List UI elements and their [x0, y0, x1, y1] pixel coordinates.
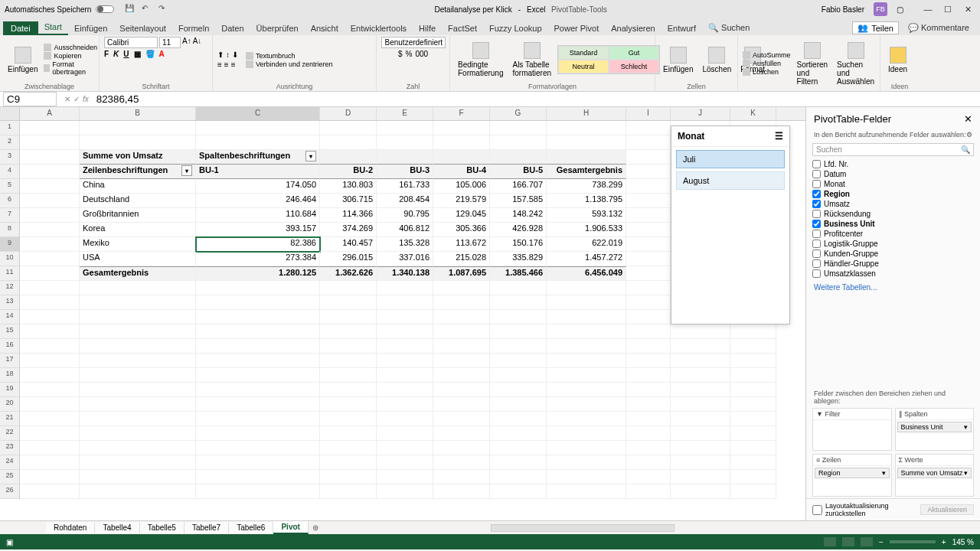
cell[interactable] — [671, 324, 730, 339]
cell[interactable]: 622.019 — [547, 237, 626, 252]
cell[interactable]: 1.280.125 — [196, 266, 320, 281]
cell[interactable] — [433, 150, 490, 165]
cell[interactable] — [377, 441, 433, 455]
cell[interactable] — [320, 383, 377, 397]
col-header[interactable]: K — [730, 107, 776, 120]
tab-factset[interactable]: FactSet — [442, 21, 483, 35]
sheet-tab[interactable]: Tabelle4 — [95, 522, 139, 533]
cell[interactable] — [626, 295, 671, 310]
bold-button[interactable]: F — [104, 50, 109, 58]
cell[interactable] — [547, 339, 626, 354]
align-bot-icon[interactable]: ⬇ — [232, 51, 238, 59]
cell[interactable] — [671, 397, 730, 412]
cell[interactable]: 208.454 — [377, 194, 433, 208]
cell[interactable] — [433, 412, 490, 426]
page-layout-icon[interactable] — [842, 537, 854, 546]
align-top-icon[interactable]: ⬆ — [217, 51, 224, 59]
cell[interactable] — [490, 470, 547, 484]
cell[interactable] — [320, 339, 377, 354]
align-center-icon[interactable]: ≡ — [224, 60, 229, 69]
field-item[interactable]: Profitcenter — [812, 229, 974, 239]
area-values[interactable]: Σ WerteSumme von Umsatz▾ — [895, 454, 975, 497]
row-header[interactable]: 26 — [0, 484, 20, 499]
row-header[interactable]: 5 — [0, 179, 20, 194]
area-item[interactable]: Business Unit▾ — [897, 422, 972, 432]
row-header[interactable]: 22 — [0, 426, 20, 441]
col-header[interactable]: H — [547, 107, 626, 120]
cell[interactable] — [80, 135, 196, 150]
cell[interactable] — [20, 121, 80, 135]
cell[interactable] — [730, 368, 776, 383]
cell[interactable] — [626, 412, 671, 426]
cell[interactable] — [547, 135, 626, 150]
cell[interactable]: 148.242 — [490, 208, 547, 223]
cell[interactable] — [377, 470, 433, 484]
sheet-tab[interactable]: Tabelle5 — [140, 522, 185, 533]
cell[interactable] — [80, 281, 196, 295]
horizontal-scrollbar[interactable] — [491, 524, 675, 532]
cell[interactable]: 306.715 — [320, 194, 377, 208]
cell[interactable] — [20, 397, 80, 412]
cell[interactable] — [433, 354, 490, 368]
cell[interactable]: Mexiko — [80, 237, 196, 252]
cell[interactable] — [490, 484, 547, 499]
cell[interactable] — [20, 412, 80, 426]
zoom-slider[interactable] — [890, 540, 936, 543]
cell[interactable]: 738.299 — [547, 179, 626, 194]
slicer-item-august[interactable]: August — [676, 171, 785, 190]
cell[interactable] — [377, 339, 433, 354]
row-header[interactable]: 7 — [0, 208, 20, 223]
cell[interactable] — [20, 368, 80, 383]
cell[interactable] — [626, 383, 671, 397]
cell[interactable] — [80, 484, 196, 499]
cell[interactable] — [20, 252, 80, 266]
cell[interactable]: Zeilenbeschriftungen▾ — [80, 165, 196, 179]
cell[interactable] — [626, 121, 671, 135]
cell[interactable] — [626, 455, 671, 470]
cell[interactable] — [80, 354, 196, 368]
tab-seitenlayout[interactable]: Seitenlayout — [113, 21, 172, 35]
cell[interactable] — [377, 354, 433, 368]
zoom-level[interactable]: 145 % — [952, 538, 974, 546]
cell[interactable] — [20, 266, 80, 281]
cell[interactable] — [433, 339, 490, 354]
cell[interactable] — [20, 194, 80, 208]
cell[interactable] — [433, 368, 490, 383]
cell[interactable] — [730, 412, 776, 426]
tab-fuzzy[interactable]: Fuzzy Lookup — [483, 21, 547, 35]
paste-button[interactable]: Einfügen — [5, 45, 41, 75]
cell[interactable] — [730, 455, 776, 470]
cell[interactable]: 593.132 — [547, 208, 626, 223]
cell[interactable] — [671, 455, 730, 470]
cell[interactable]: Korea — [80, 223, 196, 237]
cell[interactable]: 150.176 — [490, 237, 547, 252]
cell[interactable] — [626, 281, 671, 295]
cell[interactable] — [20, 455, 80, 470]
zoom-out-icon[interactable]: − — [879, 538, 884, 546]
cell[interactable] — [433, 441, 490, 455]
cell[interactable] — [320, 324, 377, 339]
number-format-select[interactable]: Benutzerdefiniert — [381, 37, 446, 48]
cond-format-button[interactable]: Bedingte Formatierung — [455, 41, 506, 79]
cell[interactable] — [377, 121, 433, 135]
cell[interactable] — [671, 368, 730, 383]
border-icon[interactable]: ▦ — [134, 50, 141, 58]
cell[interactable] — [20, 135, 80, 150]
comma-icon[interactable]: 000 — [415, 50, 428, 58]
cell[interactable]: 110.684 — [196, 208, 320, 223]
cell[interactable] — [196, 455, 320, 470]
fields-search-input[interactable]: Suchen🔍 — [812, 143, 974, 156]
row-header[interactable]: 24 — [0, 455, 20, 470]
col-header[interactable]: D — [320, 107, 377, 120]
ribbon-display-icon[interactable]: ▢ — [897, 5, 903, 14]
close-button[interactable]: ✕ — [960, 4, 975, 15]
cell[interactable] — [490, 426, 547, 441]
cell-styles-gallery[interactable]: Standard Gut Neutral Schlecht — [557, 45, 660, 74]
autosave-toggle[interactable] — [96, 5, 114, 13]
cell[interactable] — [626, 194, 671, 208]
field-checkbox[interactable] — [812, 180, 821, 188]
cell[interactable]: 246.464 — [196, 194, 320, 208]
cell[interactable] — [377, 150, 433, 165]
row-header[interactable]: 23 — [0, 441, 20, 455]
cell[interactable] — [196, 484, 320, 499]
